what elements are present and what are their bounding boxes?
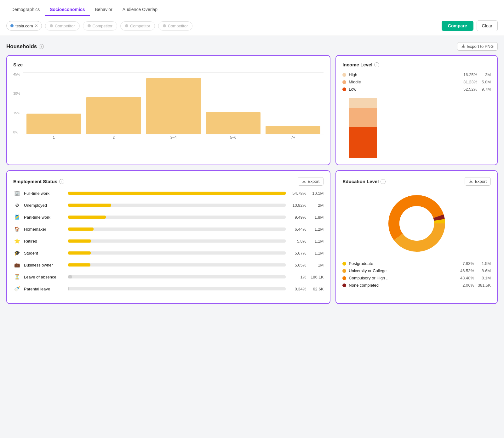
education-pct: 46.53% [457,268,474,273]
income-bar-middle [349,108,377,127]
education-label: University or College [349,268,454,273]
employment-bar-fill [68,263,90,267]
education-dot [342,284,346,287]
domain-label: tesla.com [15,24,33,28]
income-row-low: Low 52.52% 9.7M [342,87,491,92]
income-bar-low [349,127,377,158]
employment-row: 🎓Student5.67%1.1M [13,249,324,257]
nav-tabs: Demographics Socioeconomics Behavior Aud… [0,0,504,16]
employment-bar-track [68,216,286,219]
employment-count: 1.1M [309,239,324,244]
x-label-4: 5–6 [206,135,261,140]
education-legend-row: Postgraduate7.93%1.5M [342,261,491,266]
income-row-middle: Middle 31.23% 5.8M [342,80,491,84]
employment-upload-icon [302,179,306,184]
employment-row: 🏠Homemaker6.44%1.2M [13,225,324,233]
education-legend-row: University or College46.53%8.6M [342,268,491,273]
employment-bar-fill [68,227,94,231]
competitor-dot-1 [50,24,53,27]
employment-row: 🎽Part-time work9.49%1.8M [13,213,324,221]
education-pct: 43.48% [457,276,474,280]
employment-label: Part-time work [24,215,65,220]
income-dot-low [342,87,346,91]
income-count-low: 9.7M [480,87,491,92]
education-count: 8.1M [477,276,491,280]
competitor-pill-3[interactable]: Competitor [120,21,155,31]
employment-label: Student [24,251,65,256]
education-export-button[interactable]: Export [465,177,491,186]
employment-row: 🏢Full-time work54.78%10.1M [13,189,324,197]
x-label-1: 1 [26,135,81,140]
households-export-button[interactable]: Export to PNG [457,42,498,51]
education-count: 381.5K [477,283,491,288]
clear-button[interactable]: Clear [477,20,498,31]
households-info-icon[interactable]: i [39,44,44,49]
compare-button[interactable]: Compare [442,21,473,31]
education-count: 8.6M [477,268,491,273]
employment-bar-fill [68,239,91,243]
employment-label: Full-time work [24,191,65,196]
education-count: 1.5M [477,261,491,266]
employment-export-button[interactable]: Export [298,177,324,186]
income-stacked-bar [349,98,491,158]
education-dot [342,276,346,280]
tab-audience-overlap[interactable]: Audience Overlap [117,4,163,16]
income-pct-low: 52.52% [460,87,477,92]
tab-demographics[interactable]: Demographics [6,4,45,16]
income-label-low: Low [349,87,457,92]
education-label: Compulsory or High ... [349,276,454,280]
education-pct: 2.06% [457,283,474,288]
employment-label: Parental leave [24,287,65,291]
domain-pill[interactable]: tesla.com × [6,21,42,31]
employment-pct: 6.44% [289,227,306,232]
employment-pct: 5.67% [289,251,306,256]
y-label-0: 0% [13,130,20,134]
competitor-pill-2[interactable]: Competitor [83,21,117,31]
education-legend-row: None completed2.06%381.5K [342,283,491,288]
employment-pct: 5.8% [289,239,306,244]
employment-pct: 10.82% [289,203,306,208]
size-chart-card: Size 45% 30% 15% 0% [6,55,330,165]
employment-bar-track [68,287,286,290]
tab-socioeconomics[interactable]: Socioeconomics [45,4,90,16]
employment-bar-fill [68,251,91,255]
main-content: Households i Export to PNG Size 45% 30% … [0,36,504,315]
employment-label: Homemaker [24,227,65,232]
education-info-icon[interactable]: i [381,179,386,184]
competitor-pill-4[interactable]: Competitor [158,21,193,31]
competitor-pill-1[interactable]: Competitor [45,21,80,31]
employment-bar-track [68,227,286,231]
employment-icon: 🎽 [13,213,21,221]
employment-bar-fill [68,216,106,219]
competitor-dot-3 [125,24,128,27]
employment-bar-fill [68,275,72,278]
education-title: Education Level [342,179,379,184]
competitor-label-3: Competitor [130,24,150,28]
employment-row: 💼Business owner5.65%1M [13,261,324,269]
employment-pct: 5.65% [289,263,306,267]
income-label-middle: Middle [349,80,457,84]
donut-chart-container [342,192,491,255]
y-label-45: 45% [13,72,20,76]
employment-bar-track [68,192,286,195]
employment-icon: ⊘ [13,201,21,209]
employment-bar-track [68,239,286,243]
employment-info-icon[interactable]: i [59,179,64,184]
x-label-2: 2 [86,135,141,140]
employment-count: 2M [309,203,324,208]
y-label-15: 15% [13,111,20,115]
income-count-middle: 5.8M [480,80,491,84]
income-row-high: High 16.25% 3M [342,72,491,77]
top-cards-row: Size 45% 30% 15% 0% [6,55,498,165]
income-info-icon[interactable]: i [374,62,379,67]
domain-close-icon[interactable]: × [35,23,38,28]
employment-icon: 🍼 [13,285,21,293]
tab-behavior[interactable]: Behavior [90,4,117,16]
x-label-5: 7+ [266,135,320,140]
employment-bar-track [68,275,286,278]
employment-count: 1M [309,263,324,267]
employment-status-card: Employment Status i Export 🏢Full-time wo… [6,170,330,304]
employment-pct: 0.34% [289,287,306,291]
employment-icon: ⭐ [13,237,21,245]
employment-pct: 1% [289,275,306,279]
